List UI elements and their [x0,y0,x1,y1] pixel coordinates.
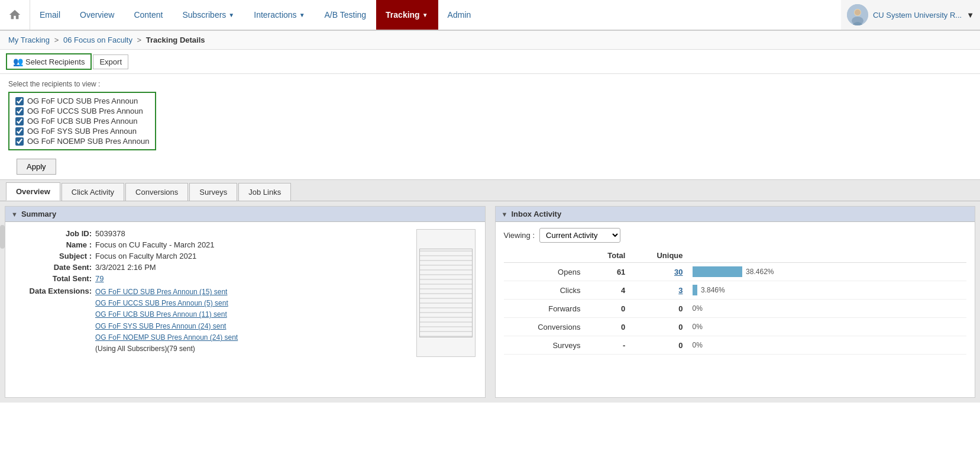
breadcrumb: My Tracking > 06 Focus on Faculty > Trac… [0,31,980,50]
recipient-checkbox-ucd[interactable] [15,97,24,105]
recipients-instruction: Select the recipients to view : [8,80,972,88]
home-icon [8,8,21,21]
row-unique-clicks[interactable]: 3 [631,281,688,300]
breadcrumb-sep-1: > [54,36,61,44]
email-thumbnail [416,229,476,357]
row-bar-surveys: 0% [689,336,967,355]
row-unique-opens[interactable]: 30 [631,263,688,281]
bar-fill [693,285,697,295]
nav-ab-testing[interactable]: A/B Testing [315,0,377,30]
unique-link-clicks[interactable]: 3 [678,286,683,295]
col-unique: Unique [631,249,688,263]
row-unique-forwards: 0 [631,300,688,318]
select-recipients-button[interactable]: 👥 Select Recipients [6,53,92,70]
bar-pct: 3.846% [701,286,725,294]
svg-point-3 [855,9,861,15]
breadcrumb-sep-2: > [137,36,144,44]
ext-link-sys[interactable]: OG FoF SYS SUB Pres Announ (24) sent [95,322,226,330]
recipient-item-ucb[interactable]: OG FoF UCB SUB Pres Announ [15,117,149,126]
row-total-clicks: 4 [586,281,631,300]
total-sent-link[interactable]: 79 [95,274,104,283]
export-button[interactable]: Export [93,54,128,69]
bar-container: 3.846% [693,284,963,297]
row-bar-opens: 38.462% [689,263,967,281]
name-row: Name : Focus on CU Faculty - March 2021 [15,240,407,249]
recipient-checkbox-sys[interactable] [15,127,24,136]
ext-link-noemp[interactable]: OG FoF NOEMP SUB Pres Announ (24) sent [95,333,238,342]
ext-line-4: OG FoF NOEMP SUB Pres Announ (24) sent [95,332,238,343]
row-total-opens: 61 [586,263,631,281]
row-label-clicks: Clicks [504,281,587,300]
row-bar-conversions: 0% [689,318,967,336]
tab-click-activity[interactable]: Click Activity [62,183,124,201]
ext-link-uccs[interactable]: OG FoF UCCS SUB Pres Announ (5) sent [95,299,228,307]
tracking-dropdown-arrow: ▼ [422,12,428,18]
activity-table: Total Unique Opens6130 38.462% Clicks43 … [504,249,967,355]
scroll-indicator[interactable] [0,225,5,249]
ext-link-ucd[interactable]: OG FoF UCD SUB Pres Announ (15) sent [95,288,227,296]
viewing-select[interactable]: Current Activity Unique Activity Total A… [539,228,620,243]
nav-subscribers[interactable]: Subscribers ▼ [173,0,244,30]
row-unique-surveys: 0 [631,336,688,355]
nav-user-area: CU System University R... ▼ [841,0,980,30]
row-total-conversions: 0 [586,318,631,336]
interactions-dropdown-arrow: ▼ [299,12,305,18]
apply-container: Apply [0,154,980,179]
collapse-icon[interactable]: ▼ [11,211,18,218]
job-id-row: Job ID: 5039378 [15,229,407,238]
col-bar [689,249,967,263]
tab-surveys[interactable]: Surveys [189,183,237,201]
table-row: Conversions00 0% [504,318,967,336]
breadcrumb-my-tracking[interactable]: My Tracking [8,36,50,44]
subscribers-dropdown-arrow: ▼ [228,12,234,18]
data-extensions-row: Data Extensions: OG FoF UCD SUB Pres Ann… [15,285,407,355]
nav-email[interactable]: Email [30,0,70,30]
nav-tracking[interactable]: Tracking ▼ [376,0,438,30]
breadcrumb-tracking-details: Tracking Details [146,36,205,44]
tab-job-links[interactable]: Job Links [238,183,291,201]
ext-link-ucb[interactable]: OG FoF UCB SUB Pres Announ (11) sent [95,310,227,318]
nav-content[interactable]: Content [124,0,173,30]
tab-conversions[interactable]: Conversions [125,183,188,201]
subject-row: Subject : Focus on Faculty March 2021 [15,252,407,260]
data-extensions-list: OG FoF UCD SUB Pres Announ (15) sent OG … [95,287,238,355]
recipient-item-uccs[interactable]: OG FoF UCCS SUB Pres Announ [15,107,149,115]
recipient-item-ucd[interactable]: OG FoF UCD SUB Pres Announ [15,96,149,105]
recipient-item-sys[interactable]: OG FoF SYS SUB Pres Announ [15,127,149,136]
top-navigation: Email Overview Content Subscribers ▼ Int… [0,0,980,31]
viewing-row: Viewing : Current Activity Unique Activi… [504,228,967,243]
col-label [504,249,587,263]
inbox-collapse-icon[interactable]: ▼ [502,211,508,218]
apply-button[interactable]: Apply [17,159,56,175]
ext-line-0: OG FoF UCD SUB Pres Announ (15) sent [95,287,238,298]
ext-line-2: OG FoF UCB SUB Pres Announ (11) sent [95,309,238,320]
bar-fill [693,266,743,277]
bar-container: 0% [693,320,963,333]
nav-overview[interactable]: Overview [70,0,124,30]
recipients-list: OG FoF UCD SUB Pres Announ OG FoF UCCS S… [8,92,156,150]
recipient-checkbox-ucb[interactable] [15,117,24,126]
row-label-forwards: Forwards [504,300,587,318]
recipient-item-noemp[interactable]: OG FoF NOEMP SUB Pres Announ [15,137,149,146]
inbox-header: ▼ Inbox Activity [496,207,975,222]
row-label-opens: Opens [504,263,587,281]
recipient-checkbox-uccs[interactable] [15,107,24,115]
home-button[interactable] [0,0,30,30]
activity-table-body: Opens6130 38.462% Clicks43 3.846% Forwar… [504,263,967,355]
tab-overview[interactable]: Overview [6,182,60,201]
summary-body: Job ID: 5039378 Name : Focus on CU Facul… [5,222,485,364]
bar-pct: 0% [693,304,703,313]
recipient-checkbox-noemp[interactable] [15,137,24,146]
date-sent-row: Date Sent: 3/3/2021 2:16 PM [15,263,407,272]
col-total: Total [586,249,631,263]
nav-admin[interactable]: Admin [438,0,481,30]
table-row: Forwards00 0% [504,300,967,318]
row-total-forwards: 0 [586,300,631,318]
summary-header: ▼ Summary [5,207,485,222]
ext-line-5: (Using All Subscribers)(79 sent) [95,343,238,355]
breadcrumb-focus-on-faculty[interactable]: 06 Focus on Faculty [63,36,132,44]
nav-interactions[interactable]: Interactions ▼ [244,0,315,30]
bar-pct: 0% [693,323,703,331]
unique-link-opens[interactable]: 30 [674,268,683,276]
bar-pct: 38.462% [746,268,774,276]
